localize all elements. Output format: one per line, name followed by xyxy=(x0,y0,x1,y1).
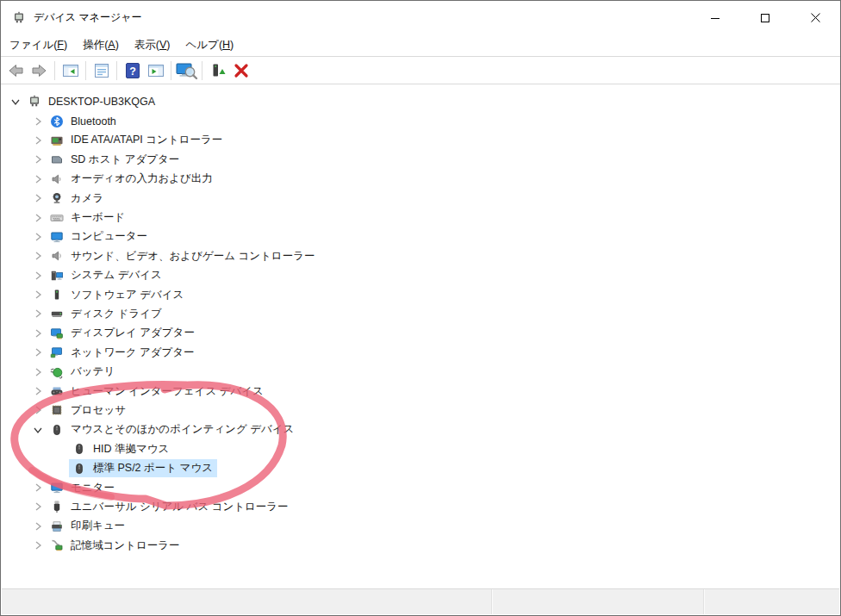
tree-item[interactable]: マウスとそのほかのポインティング デバイス xyxy=(2,420,839,439)
chevron-right-icon[interactable] xyxy=(33,403,47,417)
tree-item-content[interactable]: マウスとそのほかのポインティング デバイス xyxy=(47,420,298,439)
chevron-right-icon[interactable] xyxy=(33,172,47,186)
tree-item-content[interactable]: オーディオの入力および出力 xyxy=(47,170,217,188)
help-button[interactable]: ? xyxy=(121,59,144,82)
chevron-right-icon[interactable] xyxy=(33,365,47,379)
chevron-down-icon[interactable] xyxy=(10,95,24,109)
chevron-right-icon[interactable] xyxy=(33,152,47,166)
minimize-button[interactable] xyxy=(690,1,740,34)
chevron-right-icon[interactable] xyxy=(33,269,47,283)
chevron-right-icon[interactable] xyxy=(33,115,47,128)
menu-item-help[interactable]: ヘルプ(H) xyxy=(178,35,242,55)
tree-item[interactable]: プロセッサ xyxy=(2,401,839,420)
tree-item-content[interactable]: ネットワーク アダプター xyxy=(47,344,199,362)
maximize-button[interactable] xyxy=(740,1,790,34)
tree-item[interactable]: オーディオの入力および出力 xyxy=(2,170,839,189)
show-console-tree-button[interactable] xyxy=(59,59,82,82)
menu-item-action[interactable]: 操作(A) xyxy=(75,35,127,55)
menu-item-file[interactable]: ファイル(F) xyxy=(2,35,75,55)
chevron-down-icon[interactable] xyxy=(33,423,47,437)
tree-item[interactable]: ネットワーク アダプター xyxy=(2,343,839,362)
chevron-right-icon[interactable] xyxy=(33,500,47,513)
menu-item-label: ) xyxy=(230,39,234,51)
chevron-right-icon[interactable] xyxy=(33,288,47,302)
chevron-right-icon[interactable] xyxy=(33,481,47,495)
scan-hardware-changes-button[interactable] xyxy=(175,59,198,82)
tree-item[interactable]: カメラ xyxy=(2,189,839,208)
tree-item[interactable]: システム デバイス xyxy=(2,266,839,285)
chevron-right-icon[interactable] xyxy=(33,538,47,552)
tree-item[interactable]: ユニバーサル シリアル バス コントローラー xyxy=(2,497,839,516)
tree-item[interactable]: HID 準拠マウス xyxy=(2,439,839,458)
update-driver-button[interactable] xyxy=(206,59,229,82)
tree-item-content[interactable]: IDE ATA/ATAPI コントローラー xyxy=(47,131,227,149)
close-icon xyxy=(810,12,821,23)
update-driver-icon xyxy=(209,62,227,79)
help-icon: ? xyxy=(124,62,141,79)
tree-item-content[interactable]: サウンド、ビデオ、およびゲーム コントローラー xyxy=(47,247,319,265)
chevron-right-icon[interactable] xyxy=(33,384,47,398)
tree-item[interactable]: 標準 PS/2 ポート マウス xyxy=(2,458,839,477)
chevron-right-icon[interactable] xyxy=(33,211,47,225)
forward-button[interactable] xyxy=(28,59,51,82)
tree-item[interactable]: DESKTOP-UB3KQGA xyxy=(2,92,839,111)
tree-item-label: SD ホスト アダプター xyxy=(71,152,179,167)
tree-item-content[interactable]: ディスプレイ アダプター xyxy=(47,324,199,342)
show-action-pane-button[interactable] xyxy=(144,59,167,82)
chevron-right-icon[interactable] xyxy=(33,134,47,147)
tree-item[interactable]: ディスプレイ アダプター xyxy=(2,324,839,343)
tree-item-label: ネットワーク アダプター xyxy=(71,345,195,360)
tree-item-content[interactable]: SD ホスト アダプター xyxy=(47,151,184,169)
tree-item-content[interactable]: バッテリ xyxy=(47,363,119,381)
tree-item[interactable]: Bluetooth xyxy=(2,111,839,130)
menubar: ファイル(F)操作(A)表示(V)ヘルプ(H) xyxy=(1,34,840,57)
tree-item-label: ソフトウェア デバイス xyxy=(71,288,184,302)
tree-item[interactable]: ディスク ドライブ xyxy=(2,304,839,323)
tree-item-content[interactable]: キーボード xyxy=(47,208,129,227)
tree-item-content[interactable]: Bluetooth xyxy=(47,113,121,130)
device-tree[interactable]: DESKTOP-UB3KQGABluetoothIDE ATA/ATAPI コン… xyxy=(2,84,839,588)
tree-item-content[interactable]: カメラ xyxy=(47,190,108,208)
chevron-right-icon[interactable] xyxy=(33,327,47,340)
tree-item[interactable]: 記憶域コントローラー xyxy=(2,536,839,555)
tree-item-content[interactable]: プロセッサ xyxy=(47,401,130,420)
chevron-right-icon[interactable] xyxy=(33,307,47,320)
tree-item[interactable]: コンピューター xyxy=(2,227,839,246)
tree-item[interactable]: SD ホスト アダプター xyxy=(2,150,839,169)
chevron-right-icon[interactable] xyxy=(33,345,47,359)
chevron-right-icon[interactable] xyxy=(33,249,47,263)
chevron-right-icon[interactable] xyxy=(33,520,47,533)
back-button[interactable] xyxy=(4,59,28,82)
tree-item-content[interactable]: HID 準拠マウス xyxy=(69,440,173,458)
tree-item-content[interactable]: ヒューマン インターフェイス デバイス xyxy=(47,383,268,401)
tree-item[interactable]: ソフトウェア デバイス xyxy=(2,285,839,304)
monitor-icon xyxy=(50,230,64,244)
properties-button[interactable] xyxy=(90,59,113,82)
tree-item-content[interactable]: ソフトウェア デバイス xyxy=(47,286,188,304)
tree-item-content[interactable]: 標準 PS/2 ポート マウス xyxy=(69,459,217,477)
status-section xyxy=(491,589,703,614)
mouse-icon xyxy=(50,423,64,437)
tree-item[interactable]: キーボード xyxy=(2,208,839,227)
tree-item[interactable]: バッテリ xyxy=(2,362,839,381)
menu-item-view[interactable]: 表示(V) xyxy=(127,35,178,55)
tree-item-content[interactable]: コンピューター xyxy=(47,227,152,246)
tree-item-content[interactable]: DESKTOP-UB3KQGA xyxy=(24,93,159,110)
chevron-right-icon[interactable] xyxy=(33,191,47,205)
computer-device-icon xyxy=(28,95,41,109)
tree-item[interactable]: モニター xyxy=(2,478,839,497)
tree-item[interactable]: ヒューマン インターフェイス デバイス xyxy=(2,382,839,401)
tree-item-content[interactable]: モニター xyxy=(47,479,119,497)
tree-item-content[interactable]: システム デバイス xyxy=(47,266,166,284)
uninstall-device-button[interactable] xyxy=(229,59,252,82)
tree-item[interactable]: サウンド、ビデオ、およびゲーム コントローラー xyxy=(2,246,839,265)
close-button[interactable] xyxy=(790,1,840,34)
tree-item[interactable]: IDE ATA/ATAPI コントローラー xyxy=(2,131,839,150)
tree-item[interactable]: 印刷キュー xyxy=(2,517,839,536)
statusbar xyxy=(2,588,839,614)
tree-item-content[interactable]: 印刷キュー xyxy=(47,517,129,535)
chevron-right-icon[interactable] xyxy=(33,230,47,244)
tree-item-content[interactable]: 記憶域コントローラー xyxy=(47,537,184,555)
tree-item-content[interactable]: ディスク ドライブ xyxy=(47,305,166,323)
tree-item-content[interactable]: ユニバーサル シリアル バス コントローラー xyxy=(47,498,293,516)
